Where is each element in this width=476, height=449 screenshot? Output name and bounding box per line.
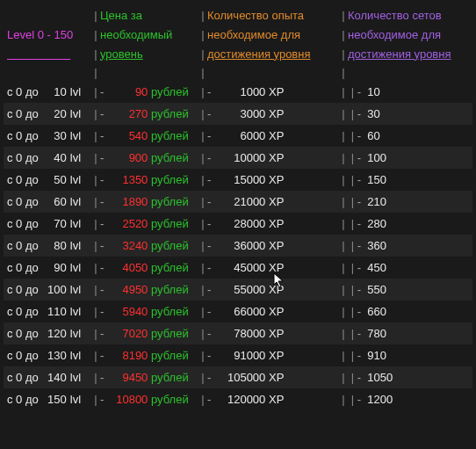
header-sets-3: достижения уровня bbox=[348, 47, 471, 61]
xp-cell: -21000 XP bbox=[207, 195, 339, 208]
header-row-1: | Цена за | Количество опыта | Количеств… bbox=[4, 5, 472, 25]
price-cell: -9450 рублей bbox=[100, 371, 198, 384]
table-row: с 0 до10lvl|-90 рублей|-1000 XP| | - 10 bbox=[4, 81, 472, 103]
xp-cell: -91000 XP bbox=[207, 349, 339, 362]
level-cell: с 0 до140lvl bbox=[7, 371, 91, 384]
price-cell: -540 рублей bbox=[100, 129, 198, 142]
table-row: с 0 до50lvl|-1350 рублей|-15000 XP| | - … bbox=[4, 169, 472, 191]
header-row-2: Level 0 - 150 | необходимый | необходимо… bbox=[4, 25, 472, 44]
sets-cell: | - 1200 bbox=[348, 393, 471, 406]
sets-cell: | - 660 bbox=[348, 305, 471, 318]
table-row: с 0 до80lvl|-3240 рублей|-36000 XP| | - … bbox=[4, 235, 472, 257]
level-cell: с 0 до40lvl bbox=[7, 151, 91, 164]
level-cell: с 0 до10lvl bbox=[7, 85, 91, 98]
table-row: с 0 до70lvl|-2520 рублей|-28000 XP| | - … bbox=[4, 213, 472, 235]
level-cell: с 0 до20lvl bbox=[7, 107, 91, 120]
separator-row: | | | bbox=[4, 63, 472, 81]
xp-cell: -120000 XP bbox=[207, 393, 339, 406]
sets-cell: | - 100 bbox=[348, 151, 471, 164]
sets-cell: | - 1050 bbox=[348, 371, 471, 384]
sets-cell: | - 360 bbox=[348, 239, 471, 252]
table-row: с 0 до90lvl|-4050 рублей|-45000 XP| | - … bbox=[4, 257, 472, 279]
header-xp-3: достижения уровня bbox=[207, 47, 339, 61]
table-row: с 0 до60lvl|-1890 рублей|-21000 XP| | - … bbox=[4, 191, 472, 213]
table-row: с 0 до120lvl|-7020 рублей|-78000 XP| | -… bbox=[4, 322, 472, 344]
xp-cell: -78000 XP bbox=[207, 327, 339, 340]
level-cell: с 0 до150lvl bbox=[7, 393, 91, 406]
level-cell: с 0 до60lvl bbox=[7, 195, 91, 208]
level-cell: с 0 до70lvl bbox=[7, 217, 91, 230]
price-cell: -900 рублей bbox=[100, 151, 198, 164]
table-row: с 0 до130lvl|-8190 рублей|-91000 XP| | -… bbox=[4, 344, 472, 366]
price-cell: -1890 рублей bbox=[100, 195, 198, 208]
sets-cell: | - 550 bbox=[348, 283, 471, 296]
price-cell: -4050 рублей bbox=[100, 261, 198, 274]
level-cell: с 0 до80lvl bbox=[7, 239, 91, 252]
table-row: с 0 до20lvl|-270 рублей|-3000 XP| | - 30 bbox=[4, 103, 472, 125]
table-row: с 0 до110lvl|-5940 рублей|-66000 XP| | -… bbox=[4, 301, 472, 322]
level-cell: с 0 до110lvl bbox=[7, 305, 91, 318]
price-cell: -7020 рублей bbox=[100, 327, 198, 340]
header-price-1: Цена за bbox=[100, 9, 198, 22]
header-sets-1: Количество сетов bbox=[348, 9, 471, 22]
table-row: с 0 до150lvl|-10800 рублей|-120000 XP| |… bbox=[4, 388, 472, 410]
header-price-3: уровень bbox=[100, 47, 198, 61]
xp-cell: -1000 XP bbox=[207, 85, 339, 98]
xp-cell: -55000 XP bbox=[207, 283, 339, 296]
price-cell: -5940 рублей bbox=[100, 305, 198, 318]
header-price-2: необходимый bbox=[100, 28, 198, 41]
xp-cell: -28000 XP bbox=[207, 217, 339, 230]
pricing-table: | Цена за | Количество опыта | Количеств… bbox=[0, 0, 476, 449]
table-title: Level 0 - 150 bbox=[7, 28, 91, 41]
sets-cell: | - 910 bbox=[348, 349, 471, 362]
price-cell: -90 рублей bbox=[100, 85, 198, 98]
price-cell: -4950 рублей bbox=[100, 283, 198, 296]
sets-cell: | - 450 bbox=[348, 261, 471, 274]
price-cell: -10800 рублей bbox=[100, 393, 198, 406]
table-row: с 0 до100lvl|-4950 рублей|-55000 XP| | -… bbox=[4, 279, 472, 301]
sets-cell: | - 30 bbox=[348, 107, 471, 120]
price-cell: -3240 рублей bbox=[100, 239, 198, 252]
xp-cell: -10000 XP bbox=[207, 151, 339, 164]
price-cell: -8190 рублей bbox=[100, 349, 198, 362]
xp-cell: -3000 XP bbox=[207, 107, 339, 120]
header-xp-1: Количество опыта bbox=[207, 9, 339, 22]
sets-cell: | - 10 bbox=[348, 85, 471, 98]
price-cell: -270 рублей bbox=[100, 107, 198, 120]
price-cell: -2520 рублей bbox=[100, 217, 198, 230]
sets-cell: | - 150 bbox=[348, 173, 471, 186]
sets-cell: | - 780 bbox=[348, 327, 471, 340]
sets-cell: | - 210 bbox=[348, 195, 471, 208]
xp-cell: -45000 XP bbox=[207, 261, 339, 274]
xp-cell: -105000 XP bbox=[207, 371, 339, 384]
header-row-3: | уровень | достижения уровня | достижен… bbox=[4, 44, 472, 63]
header-xp-2: необходимое для bbox=[207, 28, 339, 41]
table-row: с 0 до140lvl|-9450 рублей|-105000 XP| | … bbox=[4, 366, 472, 388]
sets-cell: | - 60 bbox=[348, 129, 471, 142]
level-cell: с 0 до130lvl bbox=[7, 349, 91, 362]
level-cell: с 0 до120lvl bbox=[7, 327, 91, 340]
price-cell: -1350 рублей bbox=[100, 173, 198, 186]
table-row: с 0 до30lvl|-540 рублей|-6000 XP| | - 60 bbox=[4, 125, 472, 147]
level-cell: с 0 до100lvl bbox=[7, 283, 91, 296]
xp-cell: -6000 XP bbox=[207, 129, 339, 142]
sets-cell: | - 280 bbox=[348, 217, 471, 230]
level-cell: с 0 до90lvl bbox=[7, 261, 91, 274]
header-sets-2: необходимое для bbox=[348, 28, 471, 41]
level-cell: с 0 до30lvl bbox=[7, 129, 91, 142]
level-cell: с 0 до50lvl bbox=[7, 173, 91, 186]
xp-cell: -15000 XP bbox=[207, 173, 339, 186]
xp-cell: -66000 XP bbox=[207, 305, 339, 318]
xp-cell: -36000 XP bbox=[207, 239, 339, 252]
table-body: с 0 до10lvl|-90 рублей|-1000 XP| | - 10с… bbox=[4, 81, 472, 410]
table-row: с 0 до40lvl|-900 рублей|-10000 XP| | - 1… bbox=[4, 147, 472, 169]
